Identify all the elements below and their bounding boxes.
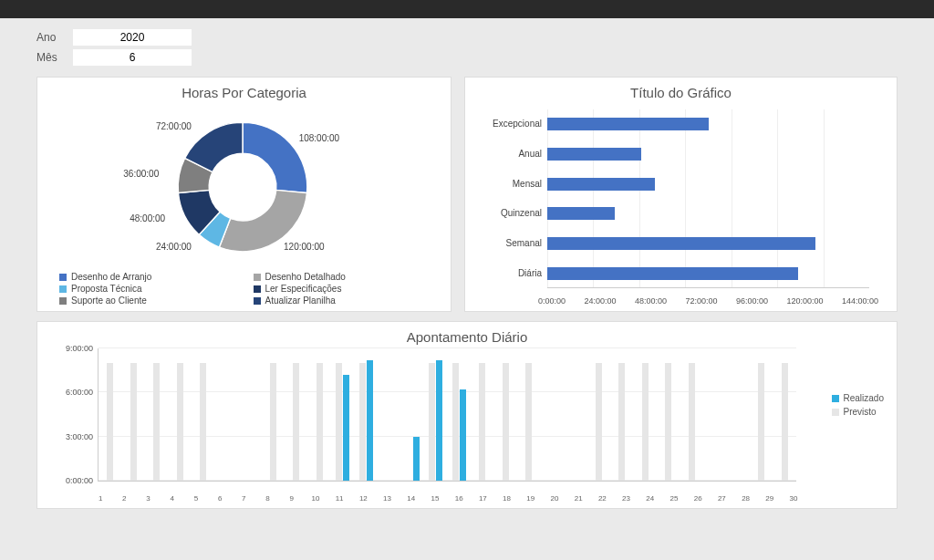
donut-data-label: 48:00:00 [130, 213, 165, 223]
daily-xtick: 15 [423, 494, 447, 503]
daily-xtick: 17 [471, 494, 494, 503]
legend-label: Desenho de Arranjo [71, 272, 151, 282]
bar-previsto [359, 363, 366, 481]
daily-bar-group [122, 348, 146, 481]
daily-bar-group [750, 348, 773, 481]
bar-previsto [782, 363, 788, 481]
legend-realizado-label: Realizado [844, 393, 884, 403]
legend-label: Desenho Detalhado [265, 272, 346, 282]
daily-xtick: 29 [758, 494, 782, 503]
daily-xtick: 21 [566, 494, 590, 503]
filter-month-label: Mês [36, 51, 73, 64]
daily-xtick: 12 [351, 494, 375, 503]
bar-realizado [343, 375, 349, 481]
daily-xtick: 8 [255, 494, 279, 503]
filter-year-input[interactable] [73, 29, 192, 46]
bar-previsto [153, 363, 160, 481]
daily-bar-group [308, 348, 332, 481]
daily-bar-group [610, 348, 634, 481]
daily-bar-group [634, 348, 658, 481]
daily-bar-group [169, 348, 192, 481]
daily-bar-group [215, 348, 239, 481]
donut-data-label: 36:00:00 [123, 169, 159, 179]
daily-bar-group [703, 348, 727, 481]
daily-xtick: 28 [733, 494, 757, 503]
daily-bar-group [727, 348, 751, 481]
donut-data-label: 108:00:00 [299, 133, 340, 143]
hbar-xticks: 0:00:0024:00:0048:00:0072:00:0096:00:001… [538, 296, 878, 306]
daily-xtick: 18 [494, 494, 518, 503]
daily-bar-group [424, 348, 448, 481]
donut-legend-item: Ler Especificações [254, 284, 430, 294]
hbar-bar [547, 237, 815, 250]
daily-bar-group [145, 348, 169, 481]
hbar-xtick: 48:00:00 [635, 296, 667, 306]
filters: Ano Mês [36, 29, 898, 66]
daily-bar-group [448, 348, 472, 481]
bar-previsto [429, 363, 435, 481]
donut-legend-item: Suporte ao Cliente [59, 296, 235, 306]
daily-ytick: 3:00:00 [53, 432, 93, 441]
legend-realizado-swatch [832, 395, 839, 402]
bar-previsto [177, 363, 183, 481]
daily-xtick: 6 [208, 494, 232, 503]
legend-swatch [59, 297, 67, 305]
hbar-xtick: 96:00:00 [736, 296, 768, 306]
daily-bar-group [192, 348, 215, 481]
donut-segment [243, 122, 307, 192]
bar-previsto [642, 363, 649, 481]
filter-month-row: Mês [36, 49, 898, 66]
bar-realizado [460, 389, 466, 481]
daily-title: Apontamento Diário [47, 329, 887, 345]
daily-bar-group [564, 348, 587, 481]
daily-xtick: 23 [614, 494, 638, 503]
legend-label: Atualizar Planilha [265, 296, 336, 306]
daily-bar-group [471, 348, 494, 481]
daily-xtick: 1 [88, 494, 112, 503]
daily-bar-group [657, 348, 680, 481]
hbar-category-label: Semanal [482, 238, 542, 248]
bar-realizado [436, 360, 442, 481]
daily-chart: 0:00:003:00:006:00:009:00:00 [98, 348, 796, 482]
filter-year-label: Ano [36, 31, 73, 44]
bar-previsto [758, 363, 764, 481]
hbar-chart: ExcepcionalAnualMensalQuinzenalSemanalDi… [547, 109, 869, 288]
dashboard-content: Ano Mês Horas Por Categoria 108:00:00120… [0, 18, 934, 509]
bar-previsto [270, 363, 276, 481]
daily-bar-group [331, 348, 355, 481]
bar-previsto [525, 363, 532, 481]
filter-year-row: Ano [36, 29, 898, 46]
daily-xtick: 5 [184, 494, 208, 503]
daily-bar-group [378, 348, 401, 481]
donut-chart: 108:00:00120:00:0024:00:0048:00:0036:00:… [47, 104, 441, 277]
hbar-title: Título do Gráfico [474, 85, 887, 100]
hbar-category-label: Excepcional [482, 119, 542, 129]
daily-xtick: 19 [519, 494, 543, 503]
daily-bar-group [517, 348, 541, 481]
hbar-bar [547, 118, 709, 130]
daily-ytick: 6:00:00 [53, 388, 93, 397]
daily-bar-group [262, 348, 285, 481]
hbar-bar [547, 178, 655, 191]
bar-previsto [503, 363, 509, 481]
daily-xtick: 26 [686, 494, 710, 503]
legend-swatch [254, 285, 261, 293]
filter-month-input[interactable] [73, 49, 192, 66]
daily-xticks: 1234567891011121314151617181920212223242… [88, 494, 805, 503]
bar-previsto [618, 363, 625, 481]
hbar-xtick: 24:00:00 [584, 296, 616, 306]
card-apontamento-diario: Apontamento Diário 0:00:003:00:006:00:00… [36, 321, 898, 509]
bar-previsto [336, 363, 342, 481]
hbar-category-label: Diária [482, 268, 542, 278]
bar-previsto [130, 363, 137, 481]
daily-xtick: 4 [161, 494, 184, 503]
card-horas-por-categoria: Horas Por Categoria 108:00:00120:00:0024… [36, 77, 451, 312]
legend-swatch [254, 297, 261, 305]
daily-bar-group [494, 348, 518, 481]
donut-data-label: 72:00:00 [156, 121, 192, 131]
daily-xtick: 30 [782, 494, 805, 503]
daily-xtick: 13 [375, 494, 399, 503]
daily-xtick: 9 [280, 494, 304, 503]
hbar-xtick: 72:00:00 [685, 296, 717, 306]
hbar-category-label: Quinzenal [482, 208, 542, 218]
